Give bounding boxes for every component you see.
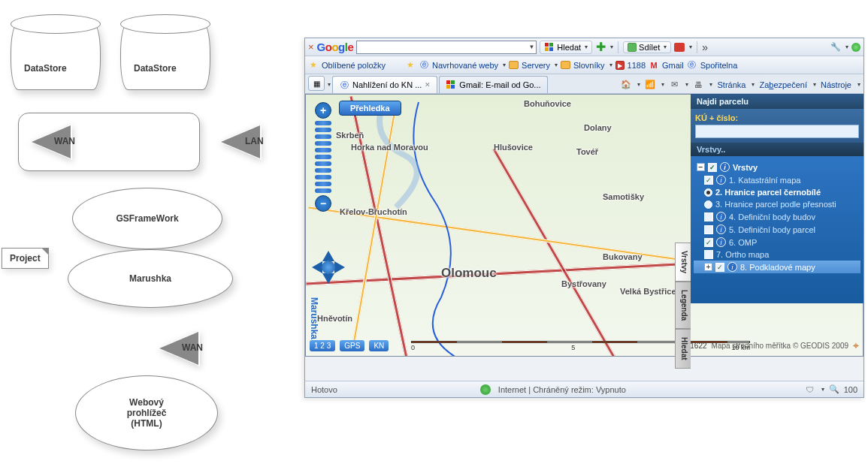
ku-label: KÚ + číslo: [695,113,859,122]
tree-item[interactable]: ✓i6. OMP [694,236,860,249]
security-menu[interactable]: Zabezpečení [759,80,807,89]
page-menu[interactable]: Stránka [717,80,746,89]
tree-item-label: 4. Definiční body budov [729,212,815,221]
find-parcel-body: KÚ + číslo: [691,109,863,143]
info-icon[interactable]: i [716,224,726,234]
fav-item-dict[interactable]: Slovníky [573,61,605,70]
share-button[interactable]: Sdílet ▾ [623,41,671,53]
overview-button[interactable]: Přehledka [339,101,401,116]
radio-icon[interactable] [704,200,712,209]
search-button-label: Hledat [557,43,581,52]
info-icon[interactable]: i [720,162,730,172]
checkbox-icon[interactable]: ✓ [708,163,717,172]
svg-rect-5 [446,80,450,84]
place-vbystrice: Velká Bystřice [620,287,676,296]
datastore-cylinder-2 [120,23,210,90]
checkbox-icon[interactable]: ✓ [704,238,713,247]
place-samotisky: Samotišky [603,192,644,201]
home-icon[interactable]: 🏠 [621,80,631,90]
place-bohunovice: Bohuňovice [524,99,571,108]
pan-center-icon[interactable] [322,261,335,274]
layers-header: Vrstvy.. [691,143,863,156]
plus-icon[interactable]: ✚ [595,42,606,53]
toolbar-extra-icon[interactable] [674,42,685,53]
collapse-icon[interactable]: − [697,163,705,171]
zoom-in-button[interactable]: + [315,102,331,119]
place-tover: Tovéř [576,147,598,156]
fav-item-1188[interactable]: 1188 [628,61,646,70]
search-multicolor-icon [544,42,555,53]
radio-icon[interactable] [704,188,712,197]
tree-item-label: 6. OMP [729,238,757,247]
folder-icon [509,61,519,69]
tree-item-label: 3. Hranice parcel podle přesnosti [715,200,836,209]
tab-active[interactable]: ⓔ Nahlížení do KN ... ✕ [332,76,437,93]
status-bar: Hotovo Internet | Chráněný režim: Vypnut… [305,381,863,397]
kn-chip[interactable]: KN [369,340,389,351]
tree-item[interactable]: 2. Hranice parcel černobílé [694,186,860,198]
checkbox-icon[interactable] [704,212,713,221]
1188-icon: ▶ [615,61,625,70]
fav-item-servers[interactable]: Servery [522,61,550,70]
ie-icon: ⓔ [339,80,349,90]
zoom-slider[interactable]: + − [312,102,334,212]
tree-item[interactable]: 7. Ortho mapa [694,249,860,261]
info-icon[interactable]: i [716,237,726,247]
search-button[interactable]: Hledat ▾ [540,41,592,54]
tree-item[interactable]: 3. Hranice parcel podle přesnosti [694,198,860,210]
tab-grid-button[interactable]: ▦ [308,76,325,91]
coords-chip[interactable]: 1 2 3 [310,340,335,351]
info-icon[interactable]: i [727,262,737,272]
fav-item-suggested[interactable]: Navrhované weby [432,61,498,70]
fav-item-bank[interactable]: Spořitelna [700,61,738,70]
zoom-out-button[interactable]: − [315,195,331,212]
checkbox-icon[interactable]: ✓ [704,176,713,185]
pan-east-icon[interactable] [334,261,351,273]
checkbox-icon[interactable] [704,225,713,234]
svg-rect-8 [451,85,455,89]
wrench-icon[interactable]: 🔧 [830,42,841,53]
expand-icon[interactable]: + [704,263,712,271]
pan-north-icon[interactable] [322,245,334,261]
tree-item[interactable]: i5. Definiční body parcel [694,223,860,236]
protected-mode-icon[interactable]: 🛡 [805,384,815,395]
google-toolbar: × Google ▼ Hledat ▾ ✚ ▾ Sdílet ▾ ▾ » 🔧 ▾ [305,38,863,56]
favorites-label[interactable]: Oblíbené položky [322,61,386,70]
gmail-icon: M [649,60,659,71]
info-icon[interactable]: i [716,175,726,185]
tab-label-1: Nahlížení do KN ... [352,80,422,89]
star-icon[interactable]: ★ [308,60,319,71]
close-icon[interactable]: × [308,41,314,53]
checkbox-icon[interactable] [704,250,713,259]
tree-item[interactable]: ✓i1. Katastrální mapa [694,173,860,186]
tools-menu[interactable]: Nástroje [821,80,851,89]
zoom-world-icon[interactable]: 🔍 [829,384,839,395]
more-button[interactable]: » [702,41,708,53]
close-icon[interactable]: ✕ [425,81,431,89]
rss-icon[interactable]: 📶 [645,80,655,90]
tab-label-2: Gmail: E-mail od Go... [459,80,540,89]
google-search-input[interactable]: ▼ [356,41,537,54]
checkbox-icon[interactable]: ✓ [715,263,724,272]
info-icon[interactable]: i [716,212,726,221]
side-tab-legend[interactable]: Legenda [675,282,691,329]
tab-inactive[interactable]: Gmail: E-mail od Go... [439,76,547,93]
pan-compass[interactable] [306,245,351,290]
side-tab-search[interactable]: Hledat [675,329,691,369]
side-tab-layers[interactable]: Vrstvy [675,243,691,282]
bank-icon: ⓔ [687,60,697,71]
tree-root[interactable]: − ✓ i Vrstvy [694,161,860,173]
pan-south-icon[interactable] [322,273,334,290]
fav-item-gmail[interactable]: Gmail [662,61,684,70]
datastore-label-1: DataStore [24,63,67,74]
ku-input[interactable] [695,125,859,138]
print-icon[interactable]: 🖶 [693,80,703,90]
tree-item-label: 5. Definiční body parcel [729,225,815,234]
mail-read-icon[interactable]: ✉ [669,80,679,90]
browser-ellipse: Webový prohlížeč (HTML) [75,375,218,450]
pan-west-icon[interactable] [306,261,322,273]
tree-item[interactable]: +✓i8. Podkladové mapy [694,261,860,273]
tree-item[interactable]: i4. Definiční body budov [694,210,860,223]
gps-chip[interactable]: GPS [340,340,364,351]
map-area: Bohuňovice Skrbeň Horka nad Moravou Hluš… [305,94,863,357]
